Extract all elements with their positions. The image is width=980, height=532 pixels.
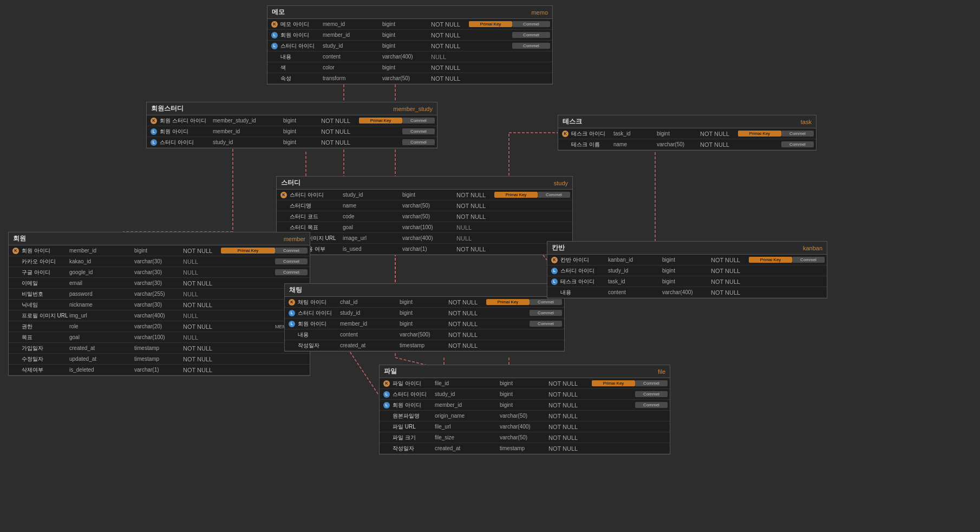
- table-header-file: 파일 file: [380, 365, 670, 378]
- table-row: L 스터디 아이디 study_id bigint NOT NULL Comme…: [285, 308, 564, 319]
- table-header-member: 회원 member: [9, 232, 310, 245]
- key-icon: K: [550, 257, 559, 263]
- table-row: L 회원 아이디 member_id bigint NOT NULL Comme…: [380, 400, 670, 411]
- key-icon: K: [270, 21, 279, 28]
- task-title-kr: 테스크: [563, 117, 582, 126]
- table-member: 회원 member K 회원 아이디 member_id bigint NOT …: [8, 232, 310, 376]
- table-row: 테스크 이름 name varchar(50) NOT NULL Commel: [558, 139, 816, 150]
- table-row: 칸반 사용 여부 is_used varchar(1) NOT NULL: [277, 244, 572, 255]
- table-header-memo: 메모 memo: [267, 6, 552, 19]
- table-row: 내용 content varchar(500) NOT NULL: [285, 329, 564, 340]
- kanban-title-en: kanban: [803, 245, 822, 251]
- link-icon: L: [550, 268, 559, 274]
- memo-title-en: memo: [531, 9, 548, 16]
- table-member-study: 회원스터디 member_study K 회원 스터디 아이디 member_s…: [146, 102, 437, 148]
- table-row: K 회원 스터디 아이디 member_study_id bigint NOT …: [147, 115, 437, 126]
- table-task: 테스크 task K 테스크 아이디 task_id bigint NOT NU…: [558, 115, 816, 151]
- link-icon: L: [270, 43, 279, 49]
- table-row: L 스터디 아이디 study_id bigint NOT NULL: [547, 265, 827, 276]
- link-icon: L: [149, 139, 159, 146]
- table-row: L 스터디 아이디 study_id bigint NOT NULL Comme…: [147, 137, 437, 148]
- table-row: 수정일자 updated_at timestamp NOT NULL: [9, 354, 310, 365]
- key-icon: K: [287, 299, 297, 306]
- table-row: 파일 URL file_url varchar(400) NOT NULL: [380, 421, 670, 432]
- table-row: K 테스크 아이디 task_id bigint NOT NULL Primai…: [558, 128, 816, 139]
- memo-title-kr: 메모: [272, 8, 285, 17]
- file-title-kr: 파일: [384, 367, 397, 376]
- key-icon: K: [11, 248, 21, 254]
- table-row: K 채팅 아이디 chat_id bigint NOT NULL Primai …: [285, 297, 564, 308]
- table-row: 삭제여부 is_deleted varchar(1) NOT NULL: [9, 365, 310, 375]
- table-kanban: 칸반 kanban K 칸반 아이디 kanban_id bigint NOT …: [547, 241, 827, 299]
- table-header-member-study: 회원스터디 member_study: [147, 102, 437, 115]
- table-row: K 파일 아이디 file_id bigint NOT NULL Primai …: [380, 378, 670, 389]
- key-icon: K: [149, 118, 159, 124]
- member-title-kr: 회원: [13, 234, 26, 243]
- link-icon: L: [550, 278, 559, 285]
- table-row: 카카오 아이디 kakao_id varchar(30) NULL Commel: [9, 256, 310, 267]
- table-row: 원본파일명 origin_name varchar(50) NOT NULL: [380, 411, 670, 421]
- table-row: 스터디 목표 goal varchar(100) NULL: [277, 222, 572, 233]
- table-row: 가입일자 created_at timestamp NOT NULL: [9, 343, 310, 354]
- table-header-task: 테스크 task: [558, 115, 816, 128]
- table-row: L 테스크 아이디 task_id bigint NOT NULL: [547, 276, 827, 287]
- link-icon: L: [382, 402, 391, 408]
- table-row: 스터디명 name varchar(50) NOT NULL: [277, 200, 572, 211]
- table-row: 작성일자 created_at timestamp NOT NULL: [285, 340, 564, 351]
- link-icon: L: [149, 128, 159, 135]
- table-row: 스터디 이미지 URL image_url varchar(400) NULL: [277, 233, 572, 244]
- kanban-title-kr: 칸반: [552, 243, 565, 252]
- table-row: K 스터디 아이디 study_id bigint NOT NULL Prima…: [277, 190, 572, 200]
- table-row: 구글 아이디 google_id varchar(30) NULL Commel: [9, 267, 310, 278]
- table-row: K 메모 아이디 memo_id bigint NOT NULL Primai …: [267, 19, 552, 30]
- table-row: 목표 goal varchar(100) NULL: [9, 332, 310, 343]
- erd-canvas: 메모 memo K 메모 아이디 memo_id bigint NOT NULL…: [0, 0, 980, 532]
- table-chat: 채팅 chat K 채팅 아이디 chat_id bigint NOT NULL…: [284, 283, 565, 352]
- key-icon: K: [279, 192, 289, 198]
- table-row: 비밀번호 password varchar(255) NULL: [9, 289, 310, 300]
- table-study: 스터디 study K 스터디 아이디 study_id bigint NOT …: [276, 176, 573, 255]
- study-title-en: study: [554, 180, 568, 186]
- link-icon: L: [270, 32, 279, 38]
- table-row: 내용 content varchar(400) NULL: [267, 51, 552, 62]
- table-row: 색 color bigint NOT NULL: [267, 62, 552, 73]
- table-row: K 칸반 아이디 kanban_id bigint NOT NULL Prima…: [547, 255, 827, 265]
- member-study-title-kr: 회원스터디: [151, 104, 184, 113]
- link-icon: L: [287, 310, 297, 316]
- task-title-en: task: [801, 119, 812, 125]
- table-row: 스터디 코드 code varchar(50) NOT NULL: [277, 211, 572, 222]
- table-row: 프로필 이미지 URL img_url varchar(400) NULL: [9, 310, 310, 321]
- table-row: L 스터디 아이디 study_id bigint NOT NULL Comme…: [267, 41, 552, 51]
- key-icon: K: [560, 131, 570, 137]
- table-row: 파일 크기 file_size varchar(50) NOT NULL: [380, 432, 670, 443]
- table-row: 작성일자 created_at timestamp NOT NULL: [380, 443, 670, 454]
- table-row: 내용 content varchar(400) NOT NULL: [547, 287, 827, 298]
- table-memo: 메모 memo K 메모 아이디 memo_id bigint NOT NULL…: [267, 5, 553, 85]
- table-row: L 스터디 아이디 study_id bigint NOT NULL Comme…: [380, 389, 670, 400]
- link-icon: L: [382, 391, 391, 398]
- table-row: 권한 role varchar(20) NOT NULL MEMBER: [9, 321, 310, 332]
- table-header-study: 스터디 study: [277, 177, 572, 190]
- table-header-kanban: 칸반 kanban: [547, 242, 827, 255]
- table-row: L 회원 아이디 member_id bigint NOT NULL Comme…: [285, 319, 564, 329]
- table-row: K 회원 아이디 member_id bigint NOT NULL Prima…: [9, 245, 310, 256]
- key-icon: K: [382, 380, 391, 387]
- member-title-en: member: [284, 236, 305, 242]
- table-row: L 회원 아이디 member_id bigint NOT NULL Comme…: [147, 126, 437, 137]
- table-file: 파일 file K 파일 아이디 file_id bigint NOT NULL…: [379, 365, 670, 455]
- study-title-kr: 스터디: [281, 178, 300, 187]
- member-study-title-en: member_study: [393, 106, 433, 112]
- file-title-en: file: [658, 368, 665, 375]
- link-icon: L: [287, 321, 297, 327]
- table-row: 이메일 email varchar(30) NOT NULL: [9, 278, 310, 289]
- table-row: 속성 transform varchar(50) NOT NULL: [267, 73, 552, 84]
- table-header-chat: 채팅 chat: [285, 284, 564, 297]
- table-row: 닉네임 nickname varchar(30) NOT NULL: [9, 300, 310, 310]
- chat-title-kr: 채팅: [289, 286, 302, 295]
- table-row: L 회원 아이디 member_id bigint NOT NULL Comme…: [267, 30, 552, 41]
